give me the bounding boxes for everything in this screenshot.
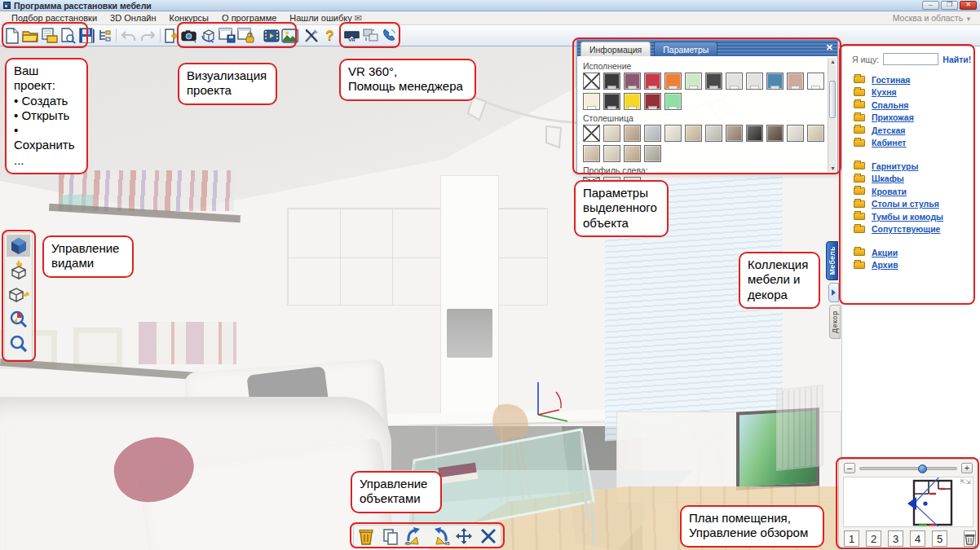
scroll-down-icon[interactable]: ▼ — [830, 165, 836, 171]
tab-information[interactable]: Информация — [580, 42, 651, 56]
sidebar-category[interactable]: Детская — [854, 124, 980, 137]
search-input[interactable] — [883, 53, 938, 65]
material-swatch[interactable] — [746, 125, 763, 142]
material-swatch[interactable] — [705, 125, 722, 142]
preview-project-button[interactable] — [60, 27, 77, 44]
material-swatch[interactable] — [766, 73, 784, 90]
material-swatch[interactable] — [766, 125, 784, 142]
menu-item-2[interactable]: 3D Онлайн — [104, 13, 163, 24]
sidebar-category[interactable]: Гарнитуры — [854, 160, 980, 173]
plan-page-2[interactable]: 2 — [866, 530, 881, 547]
material-swatch[interactable] — [624, 145, 641, 162]
material-swatch[interactable] — [685, 73, 702, 90]
zoom-slider[interactable] — [859, 467, 957, 470]
material-swatch[interactable] — [644, 93, 661, 110]
panel-lock-view-button[interactable] — [237, 27, 254, 44]
plan-delete-button[interactable] — [964, 530, 976, 547]
material-swatch[interactable] — [644, 145, 661, 162]
copy-object-button[interactable] — [381, 526, 401, 546]
tab-decor[interactable]: Декор — [829, 305, 841, 339]
delete-object-x-button[interactable] — [479, 526, 499, 546]
menu-item-5[interactable]: Нашли ошибку ✉ — [283, 13, 369, 24]
sidebar-category[interactable]: Кабинет — [854, 137, 980, 150]
open-catalog-project-button[interactable] — [41, 27, 58, 44]
screenshot-camera-button[interactable] — [181, 27, 198, 44]
minimize-button[interactable]: – — [922, 1, 939, 10]
sidebar-category[interactable]: Прихожая — [854, 112, 980, 125]
zoom-to-object-button[interactable] — [7, 308, 30, 330]
vr-360-button[interactable]: VR — [343, 27, 360, 44]
plan-page-4[interactable]: 4 — [910, 530, 925, 547]
scroll-up-icon[interactable]: ▲ — [830, 59, 836, 64]
sidebar-category[interactable]: Спальня — [854, 99, 980, 112]
material-swatch[interactable] — [787, 125, 804, 142]
material-swatch[interactable] — [664, 73, 682, 90]
menu-item-1[interactable]: Подбор расстановки — [5, 13, 104, 24]
material-swatch[interactable] — [664, 93, 682, 110]
material-swatch[interactable] — [583, 93, 600, 110]
material-swatch[interactable] — [807, 125, 824, 142]
plan-page-3[interactable]: 3 — [888, 530, 903, 547]
zoom-slider-knob[interactable] — [918, 464, 927, 473]
panel-close-icon[interactable]: ✕ — [826, 42, 833, 53]
menu-item-3[interactable]: Конкурсы — [163, 13, 215, 24]
zoom-button[interactable] — [7, 332, 30, 354]
scrollbar-thumb[interactable] — [829, 81, 836, 118]
sidebar-category[interactable]: Шкафы — [854, 173, 980, 186]
material-swatch[interactable] — [664, 125, 682, 142]
material-swatch[interactable] — [746, 73, 763, 90]
sidebar-category[interactable]: Гостиная — [854, 73, 980, 86]
material-swatch[interactable] — [685, 125, 702, 142]
material-swatch[interactable] — [603, 145, 620, 162]
sidebar-category[interactable]: Акции — [854, 246, 980, 259]
rotate-right-45-button[interactable]: 45 — [430, 526, 450, 546]
sidebar-category[interactable]: Тумбы и комоды — [854, 210, 980, 223]
settings-tools-button[interactable] — [302, 27, 320, 44]
help-button[interactable]: ? — [321, 27, 338, 44]
collapse-panel-arrow[interactable] — [828, 283, 839, 302]
view-side-button[interactable] — [7, 284, 30, 306]
rotate-left-45-button[interactable]: 45 — [405, 526, 426, 546]
sidebar-category[interactable]: Сопутствующие — [854, 223, 980, 236]
material-swatch[interactable] — [624, 73, 641, 90]
manager-help-button[interactable] — [362, 27, 379, 44]
image-render-button[interactable] — [281, 27, 298, 44]
tab-furniture[interactable]: Мебель — [826, 241, 838, 280]
phone-call-button[interactable] — [381, 27, 398, 44]
menu-item-4[interactable]: О программе — [215, 13, 283, 24]
material-swatch[interactable] — [583, 145, 600, 162]
material-swatch[interactable] — [644, 125, 661, 142]
material-swatch[interactable] — [624, 125, 641, 142]
video-render-button[interactable] — [263, 27, 280, 44]
open-project-button[interactable] — [22, 27, 39, 44]
sidebar-category[interactable]: Кровати — [854, 185, 980, 198]
material-swatch[interactable] — [603, 73, 620, 90]
search-button[interactable]: Найти! — [942, 55, 971, 64]
zoom-out-button[interactable]: – — [844, 463, 855, 473]
material-swatch[interactable] — [705, 73, 722, 90]
plan-page-1[interactable]: 1 — [844, 530, 859, 547]
panel-save-view-button[interactable] — [219, 27, 236, 44]
close-button[interactable]: ✕ — [960, 1, 977, 10]
region-selector[interactable]: Москва и область ▼ — [893, 13, 972, 23]
material-swatch[interactable] — [726, 125, 743, 142]
undo-button[interactable] — [120, 27, 137, 44]
sidebar-category[interactable]: Столы и стулья — [854, 198, 980, 211]
move-object-button[interactable] — [454, 526, 475, 546]
exit-button[interactable] — [163, 27, 180, 44]
view-top-button[interactable] — [7, 259, 30, 281]
new-project-button[interactable] — [3, 27, 20, 44]
material-swatch[interactable] — [644, 73, 661, 90]
material-swatch[interactable] — [624, 93, 641, 110]
sidebar-category[interactable]: Кухня — [854, 86, 980, 99]
floor-plan-minimap[interactable]: ⇱⇲ — [843, 477, 973, 527]
plan-page-5[interactable]: 5 — [932, 530, 947, 547]
sidebar-category[interactable]: Архив — [854, 259, 980, 272]
maximize-button[interactable]: ❐ — [941, 1, 958, 10]
material-swatch[interactable] — [807, 73, 824, 90]
material-swatch[interactable] — [787, 73, 804, 90]
delete-object-trash-button[interactable] — [356, 526, 377, 546]
zoom-in-button[interactable]: + — [961, 463, 973, 473]
panel-scrollbar[interactable]: ▲ ▼ — [828, 58, 837, 172]
material-swatch[interactable] — [726, 73, 743, 90]
